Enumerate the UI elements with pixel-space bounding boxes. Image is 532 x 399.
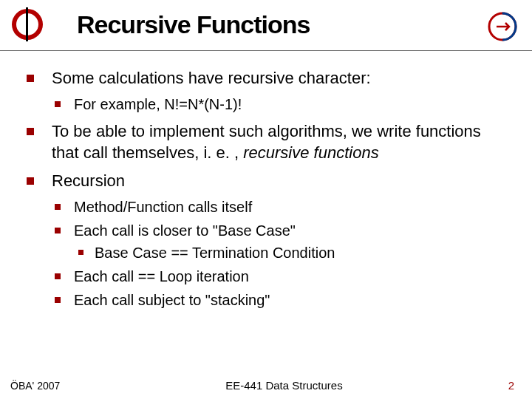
slide-header: Recursive Functions — [0, 0, 532, 51]
bullet-3-3: Each call == Loop iteration — [52, 266, 511, 287]
bullet-3-2: Each call is closer to "Base Case" Base … — [52, 220, 511, 263]
bullet-3-2-1: Base Case == Termination Condition — [74, 242, 511, 263]
bullet-2-em: recursive functions — [243, 143, 378, 162]
bullet-3: Recursion Method/Function calls itself E… — [27, 170, 511, 310]
bullet-3-2-text: Each call is closer to "Base Case" — [74, 222, 296, 239]
bullet-3-4: Each call subject to "stacking" — [52, 290, 511, 310]
footer-center: EE-441 Data Structures — [225, 379, 342, 392]
bullet-2: To be able to implement such algorithms,… — [27, 120, 511, 164]
bullet-3-2-1-text: Base Case == Termination Condition — [95, 245, 335, 261]
bullet-3-3-text: Each call == Loop iteration — [74, 268, 249, 284]
slide-title: Recursive Functions — [77, 10, 310, 39]
bullet-1-1: For example, N!=N*(N-1)! — [52, 94, 511, 115]
bullet-3-text: Recursion — [52, 171, 125, 190]
footer-left: ÖBA' 2007 — [10, 380, 60, 392]
logo-left-icon — [10, 7, 44, 41]
bullet-1-1-text: For example, N!=N*(N-1)! — [74, 96, 242, 112]
bullet-3-1-text: Method/Function calls itself — [74, 199, 252, 215]
footer-right: 2 — [508, 379, 514, 392]
bullet-3-4-text: Each call subject to "stacking" — [74, 292, 270, 308]
bullet-3-1: Method/Function calls itself — [52, 197, 511, 217]
bullet-1-text: Some calculations have recursive charact… — [52, 69, 371, 87]
logo-right-icon — [486, 10, 519, 43]
slide-content: Some calculations have recursive charact… — [0, 51, 532, 310]
svg-rect-0 — [26, 7, 28, 41]
slide-footer: ÖBA' 2007 EE-441 Data Structures 2 — [0, 379, 532, 392]
bullet-1: Some calculations have recursive charact… — [27, 67, 511, 115]
